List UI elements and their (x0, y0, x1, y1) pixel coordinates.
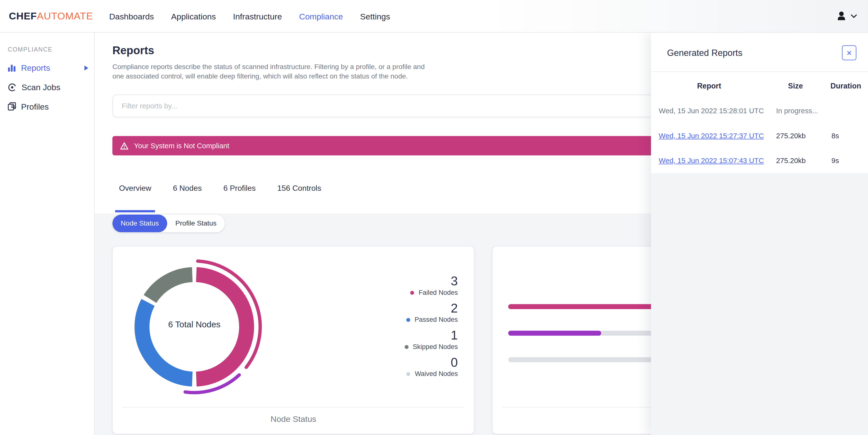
scan-target-icon (8, 82, 17, 91)
legend-waived: 0 Waived Nodes (364, 356, 458, 379)
compliance-sidebar: COMPLIANCE Reports Scan Jobs Profiles (0, 33, 95, 435)
legend-skipped: 1 Skipped Nodes (364, 329, 458, 352)
warning-icon (120, 142, 128, 150)
report-tabs: Overview 6 Nodes 6 Profiles 156 Controls (119, 183, 321, 212)
chef-automate-app: CHEFAUTOMATE Dashboards Applications Inf… (0, 0, 868, 435)
nav-applications[interactable]: Applications (171, 11, 216, 21)
sidebar-item-label: Profiles (21, 102, 49, 111)
logo-automate: AUTOMATE (37, 10, 93, 22)
chef-automate-logo[interactable]: CHEFAUTOMATE (9, 10, 93, 22)
panel-title: Generated Reports (667, 48, 742, 58)
generated-reports-panel: Generated Reports ✕ Report Size Duration… (651, 33, 868, 435)
skipped-count: 1 (364, 329, 458, 342)
column-header-report: Report (659, 82, 760, 90)
node-status-donut: 6 Total Nodes (122, 255, 267, 399)
nav-settings[interactable]: Settings (360, 11, 390, 21)
tab-controls[interactable]: 156 Controls (277, 183, 321, 212)
chevron-down-icon (851, 14, 857, 18)
sidebar-section-label: COMPLIANCE (8, 46, 94, 53)
close-panel-button[interactable]: ✕ (842, 45, 856, 60)
sidebar-item-label: Reports (21, 63, 50, 72)
user-icon (835, 10, 847, 22)
nav-compliance[interactable]: Compliance (299, 11, 343, 21)
passed-count: 2 (364, 301, 458, 315)
nav-infrastructure[interactable]: Infrastructure (233, 11, 282, 21)
generated-reports-table-section: Generated Reports ✕ Report Size Duration… (651, 33, 868, 173)
legend-label: Failed Nodes (419, 288, 458, 298)
card-divider (122, 407, 464, 407)
sidebar-item-label: Scan Jobs (22, 82, 60, 92)
panel-divider (651, 71, 868, 72)
tab-profiles[interactable]: 6 Profiles (223, 183, 256, 212)
passed-dot-icon (406, 318, 410, 322)
failed-count: 3 (364, 274, 458, 288)
legend-failed: 3 Failed Nodes (364, 274, 458, 298)
documents-icon (8, 102, 16, 110)
report-duration: 8s (832, 132, 839, 140)
donut-center-label: 6 Total Nodes (122, 320, 267, 330)
waived-dot-icon (406, 372, 410, 376)
column-header-duration: Duration (822, 82, 868, 90)
status-toggle: Node Status Profile Status (113, 214, 225, 232)
bar-fill (508, 331, 601, 336)
page-description-line1: Compliance reports describe the status o… (113, 62, 425, 72)
nav-dashboards[interactable]: Dashboards (109, 11, 154, 21)
page-title: Reports (113, 44, 154, 57)
report-size: 275.20kb (776, 132, 806, 140)
report-size: 275.20kb (776, 157, 806, 165)
sidebar-item-profiles[interactable]: Profiles (0, 97, 94, 116)
report-link[interactable]: Wed, 15 Jun 2022 15:27:37 UTC (659, 132, 764, 140)
node-status-card: 6 Total Nodes 3 Failed Nodes 2 Passed No… (113, 246, 474, 434)
page-description: Compliance reports describe the status o… (113, 62, 425, 81)
top-nav: CHEFAUTOMATE Dashboards Applications Inf… (0, 0, 868, 33)
banner-text: Your System is Not Compliant (134, 142, 229, 150)
bar-chart-icon (8, 64, 16, 72)
toggle-profile-status[interactable]: Profile Status (167, 214, 225, 232)
main-menu: Dashboards Applications Infrastructure C… (109, 11, 390, 21)
waived-count: 0 (364, 356, 458, 369)
close-icon: ✕ (846, 49, 852, 57)
report-duration: 9s (832, 157, 839, 165)
sidebar-item-reports[interactable]: Reports (0, 58, 94, 77)
chevron-right-icon (84, 65, 89, 70)
tab-overview[interactable]: Overview (119, 183, 151, 212)
sidebar-item-scan-jobs[interactable]: Scan Jobs (0, 77, 94, 97)
node-status-card-footer: Node Status (113, 414, 474, 424)
legend-passed: 2 Passed Nodes (364, 301, 458, 325)
report-timestamp: Wed, 15 Jun 2022 15:28:01 UTC (659, 107, 764, 115)
legend-label: Waived Nodes (415, 369, 458, 379)
column-header-size: Size (776, 82, 815, 90)
legend-label: Skipped Nodes (413, 342, 458, 352)
report-status: In progress... (776, 107, 818, 115)
node-status-legend: 3 Failed Nodes 2 Passed Nodes 1 Skipped … (364, 274, 458, 383)
skipped-dot-icon (405, 345, 408, 349)
logo-chef: CHEF (9, 10, 37, 22)
legend-label: Passed Nodes (414, 315, 458, 325)
toggle-node-status[interactable]: Node Status (113, 214, 167, 232)
tab-nodes[interactable]: 6 Nodes (173, 183, 202, 212)
failed-dot-icon (410, 291, 414, 295)
page-description-line2: one associated control, will enable deep… (113, 72, 425, 81)
report-link[interactable]: Wed, 15 Jun 2022 15:07:43 UTC (659, 157, 764, 165)
user-menu[interactable] (835, 10, 857, 22)
